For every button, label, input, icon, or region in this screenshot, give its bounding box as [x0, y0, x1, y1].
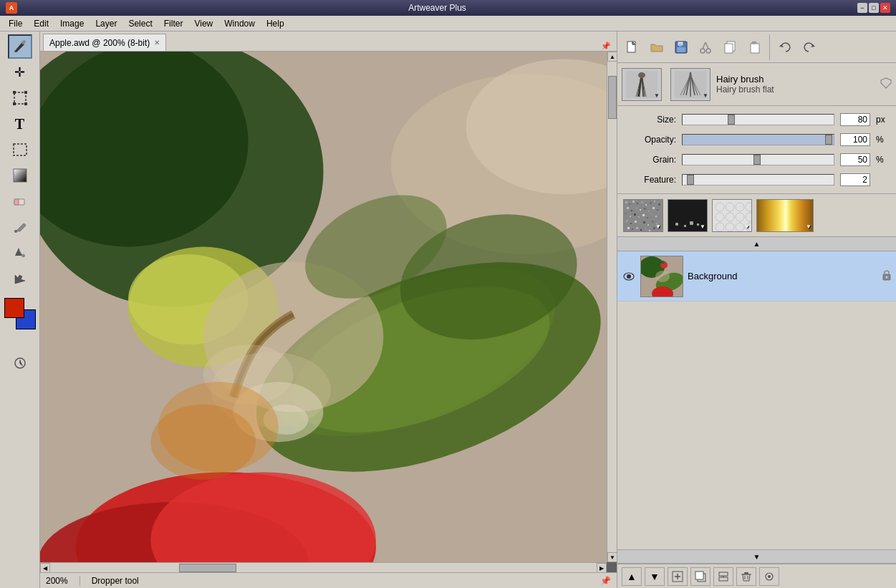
cut-button[interactable]: [695, 37, 716, 58]
menu-item-edit[interactable]: Edit: [28, 17, 54, 30]
grain-value[interactable]: 50: [840, 153, 870, 166]
duplicate-layer-button[interactable]: [690, 567, 710, 586]
foreground-color-swatch[interactable]: [4, 298, 24, 318]
rect-select-button[interactable]: [8, 138, 32, 162]
copy-button[interactable]: [719, 37, 741, 58]
merge-layers-button[interactable]: [713, 567, 733, 586]
feature-slider-thumb[interactable]: [687, 175, 694, 185]
scroll-down-button[interactable]: ▼: [607, 552, 617, 562]
title-bar: A Artweaver Plus − □ ✕: [0, 0, 896, 16]
svg-rect-92: [626, 220, 628, 222]
menu-item-window[interactable]: Window: [218, 17, 261, 30]
menu-item-layer[interactable]: Layer: [90, 17, 122, 30]
brush-tool-button[interactable]: [8, 34, 32, 59]
delete-layer-button[interactable]: [736, 567, 756, 586]
save-button[interactable]: [670, 37, 692, 58]
noise-texture-dropdown[interactable]: ▼: [655, 223, 661, 230]
transform-tool-button[interactable]: [8, 86, 32, 110]
opacity-slider-thumb[interactable]: [825, 135, 832, 145]
move-layer-down-button[interactable]: ▼: [645, 567, 665, 586]
status-separator: [80, 576, 80, 586]
scroll-left-button[interactable]: ◀: [40, 563, 50, 572]
canvas-container[interactable]: ▲ ▼ ◀ ▶: [40, 52, 617, 572]
svg-rect-85: [630, 216, 631, 217]
svg-rect-72: [645, 204, 647, 206]
layer-item-background[interactable]: Background: [617, 251, 896, 302]
size-slider[interactable]: [682, 114, 834, 125]
opacity-value[interactable]: 100: [840, 133, 870, 146]
svg-rect-142: [719, 572, 728, 576]
pattern-texture-dropdown[interactable]: ▼: [744, 223, 750, 230]
new-layer-button[interactable]: [668, 567, 688, 586]
svg-rect-1: [14, 92, 26, 104]
svg-point-10: [14, 230, 17, 233]
fill-tool-button[interactable]: [8, 241, 32, 265]
vertical-scrollbar[interactable]: ▲ ▼: [607, 52, 617, 562]
black-texture-dropdown[interactable]: ▼: [700, 223, 705, 230]
layer-name-background: Background: [688, 271, 877, 281]
paste-button[interactable]: [743, 37, 765, 58]
horizontal-scrollbar[interactable]: ◀ ▶: [40, 562, 607, 572]
close-button[interactable]: ✕: [880, 3, 890, 13]
menu-item-filter[interactable]: Filter: [158, 17, 189, 30]
feature-setting-row: Feature: 2: [626, 172, 887, 188]
scroll-up-button[interactable]: ▲: [607, 52, 617, 62]
brush-type-dropdown[interactable]: ▼: [654, 92, 660, 99]
move-tool-button[interactable]: ✛: [8, 60, 32, 85]
menu-item-file[interactable]: File: [3, 17, 28, 30]
layer-properties-button[interactable]: [759, 567, 779, 586]
status-bar: 200% Dropper tool 📌: [40, 572, 617, 588]
size-slider-thumb[interactable]: [728, 115, 735, 125]
redo-button[interactable]: [799, 37, 820, 58]
brush-type-selector[interactable]: ▼: [622, 68, 662, 101]
tab-bar: Apple.awd @ 200% (8-bit) ✕ 📌: [40, 32, 617, 52]
move-layer-up-button[interactable]: ▲: [622, 567, 642, 586]
layers-scroll-down[interactable]: ▼: [617, 549, 896, 564]
close-tab-button[interactable]: ✕: [154, 39, 160, 47]
svg-rect-38: [677, 47, 685, 52]
svg-rect-141: [695, 572, 703, 579]
layers-scroll-up[interactable]: ▲: [617, 237, 896, 251]
eyedropper-tool-button[interactable]: [8, 215, 32, 239]
text-tool-button[interactable]: T: [8, 112, 32, 136]
brush-shape-dropdown[interactable]: ▼: [703, 92, 708, 99]
menu-item-view[interactable]: View: [188, 17, 218, 30]
eraser-tool-button[interactable]: [8, 189, 32, 213]
pattern-texture-selector[interactable]: ▼: [712, 199, 752, 232]
grain-slider[interactable]: [682, 154, 834, 165]
svg-rect-69: [632, 201, 635, 203]
layer-visibility-toggle[interactable]: [622, 272, 636, 281]
tab-pin-icon[interactable]: 📌: [601, 42, 611, 51]
arrow-tool-button[interactable]: [8, 266, 32, 291]
gradient-tool-button[interactable]: [8, 163, 32, 188]
undo-button[interactable]: [774, 37, 796, 58]
svg-rect-76: [627, 207, 629, 209]
brush-shape-selector[interactable]: ▼: [670, 68, 710, 101]
new-document-button[interactable]: [622, 37, 643, 58]
horizontal-scroll-thumb[interactable]: [179, 564, 236, 572]
status-pin-icon[interactable]: 📌: [600, 576, 611, 586]
size-value[interactable]: 80: [840, 113, 870, 126]
minimize-button[interactable]: −: [857, 3, 867, 13]
black-texture-selector[interactable]: ▼: [668, 199, 708, 232]
opacity-unit: %: [876, 135, 887, 145]
vertical-scroll-thumb[interactable]: [608, 76, 617, 119]
open-button[interactable]: [646, 37, 668, 58]
feature-value[interactable]: 2: [840, 173, 870, 186]
gold-texture-dropdown[interactable]: ▼: [806, 223, 811, 230]
opacity-slider-fill: [683, 135, 834, 145]
noise-texture-selector[interactable]: ▼: [623, 199, 663, 232]
layer-lock-icon[interactable]: [882, 269, 892, 283]
menu-item-help[interactable]: Help: [261, 17, 290, 30]
opacity-slider[interactable]: [682, 134, 834, 145]
scroll-right-button[interactable]: ▶: [597, 563, 607, 572]
feature-slider[interactable]: [682, 174, 834, 185]
brush-info-button[interactable]: [880, 77, 892, 92]
menu-item-select[interactable]: Select: [122, 17, 158, 30]
extra-tool-button[interactable]: [8, 351, 32, 375]
maximize-button[interactable]: □: [869, 3, 879, 13]
menu-item-image[interactable]: Image: [54, 17, 90, 30]
document-tab[interactable]: Apple.awd @ 200% (8-bit) ✕: [43, 34, 166, 51]
gold-gradient-selector[interactable]: ▼: [756, 199, 814, 232]
grain-slider-thumb[interactable]: [753, 155, 761, 165]
